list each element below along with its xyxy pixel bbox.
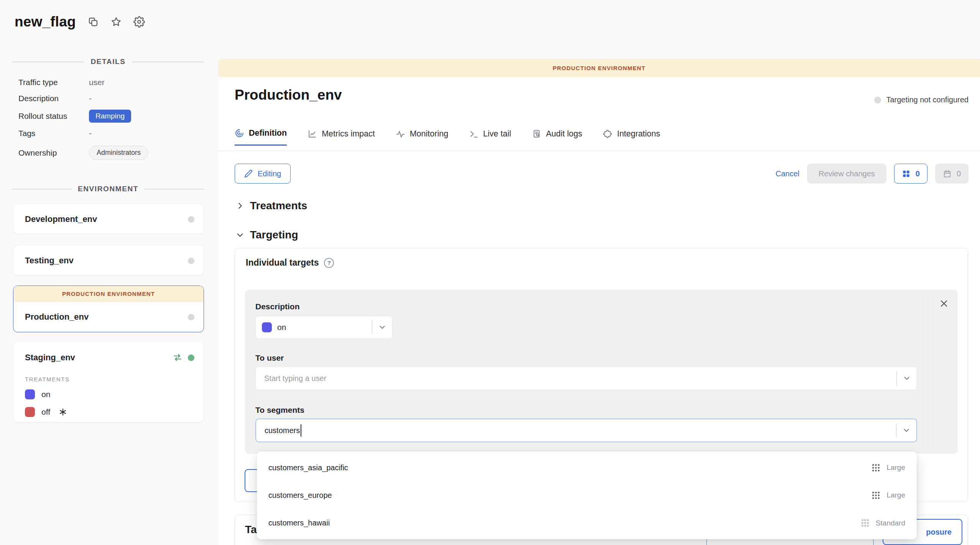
- tab-metrics-impact[interactable]: Metrics impact: [307, 128, 375, 146]
- page-title: new_flag: [15, 14, 76, 30]
- editing-label: Editing: [258, 169, 281, 178]
- treatment-off-swatch: [25, 407, 35, 417]
- to-segments-label: To segments: [255, 405, 304, 415]
- env-card-development[interactable]: Development_env: [13, 204, 204, 234]
- help-icon[interactable]: ?: [324, 258, 334, 268]
- text-caret: [301, 424, 301, 437]
- segment-name: customers_asia_pacific: [268, 463, 348, 472]
- targeting-section-toggle[interactable]: Targeting: [236, 229, 298, 241]
- partial-button-label: posure: [926, 528, 952, 537]
- tab-label: Audit logs: [546, 129, 582, 139]
- chevron-down-icon[interactable]: [903, 374, 911, 382]
- env-card-production[interactable]: PRODUCTION ENVIRONMENT Production_env: [13, 286, 204, 332]
- partial-section-title: Ta: [245, 524, 257, 536]
- section-title: Treatments: [250, 200, 307, 212]
- gear-icon[interactable]: [133, 16, 145, 28]
- metrics-icon: [307, 129, 317, 139]
- description-label: Description: [255, 302, 300, 311]
- detail-value: -: [89, 94, 92, 103]
- copy-icon[interactable]: [87, 16, 99, 28]
- detail-row-rollout-status: Rollout status Ramping: [18, 110, 204, 123]
- pencil-icon: [244, 169, 253, 178]
- detail-row-ownership: Ownership Administrators: [18, 146, 204, 160]
- production-env-banner: PRODUCTION ENVIRONMENT: [13, 286, 204, 302]
- segment-size-label: Standard: [876, 519, 905, 527]
- production-environment-banner: PRODUCTION ENVIRONMENT: [218, 59, 980, 77]
- tab-live-tail[interactable]: Live tail: [469, 128, 511, 146]
- segment-grid-icon: [871, 463, 881, 473]
- env-name: Production_env: [25, 312, 89, 322]
- targeting-status: Targeting not configured: [874, 95, 968, 104]
- environment-header-label: ENVIRONMENT: [78, 185, 138, 193]
- env-name: Staging_env: [25, 353, 75, 363]
- to-user-input[interactable]: [256, 367, 896, 390]
- tabs-separator: [218, 151, 980, 151]
- tab-label: Monitoring: [410, 129, 448, 139]
- changes-count: 0: [916, 169, 920, 178]
- scheduled-changes-button[interactable]: 0: [935, 164, 968, 184]
- chevron-down-icon[interactable]: [378, 323, 386, 332]
- treatment-on-swatch: [25, 389, 35, 399]
- to-user-input-wrap: [255, 366, 917, 390]
- star-icon[interactable]: [110, 16, 122, 28]
- tab-label: Definition: [249, 128, 287, 138]
- environment-section-header: ENVIRONMENT: [12, 185, 204, 193]
- env-card-staging[interactable]: Staging_env TREATMENTS on off: [13, 341, 204, 422]
- close-icon[interactable]: [939, 298, 949, 309]
- transfer-arrows-icon: [173, 353, 183, 363]
- env-name: Testing_env: [25, 256, 74, 266]
- integrations-icon: [603, 129, 612, 139]
- treatment-name: off: [41, 407, 50, 417]
- editing-button[interactable]: Editing: [235, 164, 291, 184]
- review-changes-button[interactable]: Review changes: [807, 164, 886, 184]
- segment-option-hawaii[interactable]: customers_hawaii Standard: [257, 509, 917, 537]
- env-status-dot: [188, 216, 194, 223]
- rule-divider: [928, 290, 928, 454]
- segment-option-asia-pacific[interactable]: customers_asia_pacific Large: [257, 454, 917, 481]
- input-divider: [896, 424, 896, 437]
- tab-bar: Definition Metrics impact Monitoring Liv…: [235, 128, 660, 146]
- target-rule-card: Description on To user: [245, 290, 958, 454]
- definition-icon: [235, 128, 244, 138]
- cancel-button[interactable]: Cancel: [776, 169, 799, 178]
- detail-label: Traffic type: [18, 78, 89, 87]
- env-status-dot: [188, 314, 194, 320]
- ownership-pill[interactable]: Administrators: [89, 146, 148, 160]
- tab-integrations[interactable]: Integrations: [603, 128, 660, 146]
- live-tail-icon: [469, 129, 478, 139]
- to-segments-value: customers: [265, 426, 300, 435]
- segment-grid-outline-icon: [860, 518, 870, 528]
- tab-definition[interactable]: Definition: [235, 128, 287, 146]
- segment-name: customers_europe: [268, 491, 332, 500]
- tab-audit-logs[interactable]: Audit logs: [532, 128, 582, 146]
- tab-label: Live tail: [483, 129, 511, 139]
- env-card-testing[interactable]: Testing_env: [13, 245, 204, 276]
- tab-monitoring[interactable]: Monitoring: [396, 128, 448, 146]
- status-dot-icon: [874, 97, 881, 103]
- changes-queue-button[interactable]: 0: [894, 164, 927, 184]
- individual-targets-title: Individual targets ?: [246, 258, 334, 268]
- chevron-down-icon[interactable]: [902, 426, 911, 435]
- segment-name: customers_hawaii: [268, 519, 330, 527]
- treatment-color-swatch: [262, 322, 272, 332]
- detail-row-tags: Tags -: [18, 129, 204, 138]
- toolbar-right: Cancel Review changes 0 0: [776, 164, 968, 184]
- detail-label: Tags: [18, 129, 89, 138]
- segment-size-label: Large: [886, 491, 905, 499]
- individual-targets-label: Individual targets: [246, 258, 319, 268]
- treatments-section-toggle[interactable]: Treatments: [236, 200, 307, 212]
- detail-value: user: [89, 78, 105, 87]
- env-status-dot: [188, 258, 194, 264]
- to-segments-input[interactable]: customers: [255, 419, 917, 442]
- env-status-dot: [188, 355, 194, 361]
- env-name: Development_env: [25, 214, 97, 224]
- treatment-select-value: on: [277, 323, 372, 332]
- detail-row-description: Description -: [18, 94, 204, 103]
- to-user-label: To user: [255, 353, 284, 363]
- segment-option-europe[interactable]: customers_europe Large: [257, 481, 917, 509]
- detail-label: Description: [18, 94, 89, 103]
- detail-value: -: [89, 129, 92, 138]
- treatment-select[interactable]: on: [255, 316, 393, 339]
- rollout-status-badge: Ramping: [89, 110, 131, 123]
- section-title: Targeting: [250, 229, 298, 241]
